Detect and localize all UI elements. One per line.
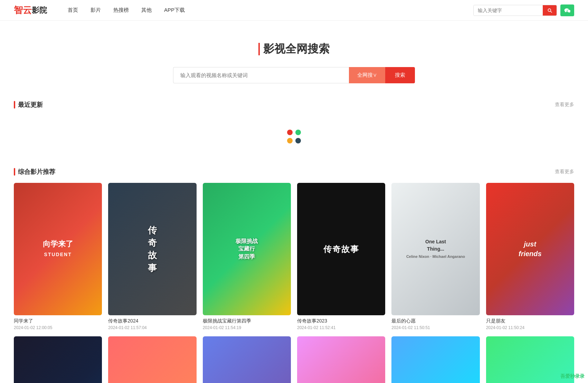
header-search-bar: [473, 5, 557, 16]
movie-date-6: 2024-01-02 11:50:24: [486, 325, 574, 330]
movie-title-5: 最后的心愿: [391, 318, 480, 324]
recommend-title: 综合影片推荐: [18, 168, 55, 176]
recommend-section-header: 综合影片推荐 查看更多: [14, 168, 574, 176]
nav-movies[interactable]: 影片: [91, 6, 101, 15]
movie-poster-7: FUTURA: [14, 336, 102, 383]
movie-poster-8: 闪光熊: [108, 336, 196, 383]
nav-home[interactable]: 首页: [68, 6, 78, 15]
movie-poster-9: 综艺节目: [203, 336, 291, 383]
movie-grid-row2: FUTURA FUTURA 2024-01-02 11:48:10 闪光熊 闪光…: [14, 336, 574, 383]
recommend-more-link[interactable]: 查看更多: [555, 169, 574, 175]
wechat-icon: [564, 7, 571, 14]
recommend-title-wrap: 综合影片推荐: [14, 168, 55, 176]
movie-poster-10: chopchopshow: [297, 336, 385, 383]
recommend-accent: [14, 168, 15, 176]
hero-title: 影视全网搜索: [7, 41, 581, 57]
movie-date-1: 2024-01-02 12:00:05: [14, 325, 102, 330]
hero-title-accent: [258, 43, 260, 55]
hero-search-button[interactable]: 搜索: [385, 67, 415, 83]
recent-more-link[interactable]: 查看更多: [555, 102, 574, 108]
poster-text-6: justfriends: [516, 236, 544, 261]
header-right: [473, 4, 574, 16]
movie-grid-row1: 向学来了STUDENT 同学来了 2024-01-02 12:00:05 传奇故…: [14, 183, 574, 330]
movie-title-1: 同学来了: [14, 318, 102, 324]
poster-text-3: 极限挑战宝藏行第四季: [233, 235, 260, 263]
poster-text-2: 传奇故事: [145, 221, 160, 277]
movie-card-11[interactable]: 阿空宫殿 阿空宫殿 2024-01-02 11:40:05: [391, 336, 480, 383]
movie-title-2: 传奇故事2024: [108, 318, 196, 324]
movie-card-4[interactable]: 传奇故事 传奇故事2023 2024-01-02 11:52:41: [297, 183, 385, 330]
hero-section: 影视全网搜索 全网搜∨ 搜索: [0, 21, 588, 101]
hero-title-text: 影视全网搜索: [263, 41, 330, 57]
movie-card-1[interactable]: 向学来了STUDENT 同学来了 2024-01-02 12:00:05: [14, 183, 102, 330]
site-header: 智云 影院 首页 影片 热搜榜 其他 APP下载: [0, 0, 588, 21]
movie-card-7[interactable]: FUTURA FUTURA 2024-01-02 11:48:10: [14, 336, 102, 383]
movie-date-5: 2024-01-02 11:50:51: [391, 325, 480, 330]
loading-area: [14, 116, 574, 157]
wechat-button[interactable]: [560, 4, 574, 16]
logo-text-yingyuan: 影院: [32, 5, 47, 16]
spinner-dot-green: [295, 130, 301, 135]
logo-text-zhi: 智云: [14, 4, 32, 16]
recent-section: 最近更新 查看更多: [0, 101, 588, 157]
movie-poster-2: 传奇故事: [108, 183, 196, 315]
poster-text-4: 传奇故事: [321, 241, 362, 258]
logo[interactable]: 智云 影院: [14, 4, 47, 16]
spinner-dot-red: [287, 130, 293, 135]
movie-poster-4: 传奇故事: [297, 183, 385, 315]
search-icon: [547, 8, 552, 13]
movie-poster-5: One LastThing...Celine Nixon · Michael A…: [391, 183, 480, 315]
nav-other[interactable]: 其他: [141, 6, 152, 15]
movie-poster-6: justfriends: [486, 183, 574, 315]
watermark: 吾爱秒录录: [560, 373, 585, 380]
movie-poster-11: 阿空宫殿: [391, 336, 480, 383]
movie-title-4: 传奇故事2023: [297, 318, 385, 324]
header-search-input[interactable]: [474, 6, 543, 15]
recent-title: 最近更新: [18, 101, 43, 109]
hero-network-button[interactable]: 全网搜∨: [349, 67, 385, 83]
spinner-dot-dark: [295, 138, 301, 143]
spinner-dot-orange: [287, 138, 293, 143]
nav-app[interactable]: APP下载: [164, 6, 185, 15]
movie-card-2[interactable]: 传奇故事 传奇故事2024 2024-01-02 11:57:04: [108, 183, 196, 330]
movie-poster-3: 极限挑战宝藏行第四季: [203, 183, 291, 315]
poster-text-5: One LastThing...Celine Nixon · Michael A…: [404, 235, 468, 263]
movie-card-5[interactable]: One LastThing...Celine Nixon · Michael A…: [391, 183, 480, 330]
movie-card-9[interactable]: 综艺节目 综艺节目 2024-01-02 11:44:20: [203, 336, 291, 383]
movie-card-10[interactable]: chopchopshow ChopChop Show 2024-01-02 11…: [297, 336, 385, 383]
movie-date-2: 2024-01-02 11:57:04: [108, 325, 196, 330]
poster-text-1: 向学来了STUDENT: [40, 236, 76, 262]
hero-search-input[interactable]: [173, 67, 349, 83]
movie-card-3[interactable]: 极限挑战宝藏行第四季 极限挑战宝藏行第四季 2024-01-02 11:54:1…: [203, 183, 291, 330]
recent-accent: [14, 101, 15, 109]
loading-spinner: [287, 130, 301, 143]
movie-title-3: 极限挑战宝藏行第四季: [203, 318, 291, 324]
header-search-button[interactable]: [543, 5, 557, 16]
movie-date-4: 2024-01-02 11:52:41: [297, 325, 385, 330]
main-nav: 首页 影片 热搜榜 其他 APP下载: [68, 6, 473, 15]
recent-title-wrap: 最近更新: [14, 101, 43, 109]
recommend-section: 综合影片推荐 查看更多 向学来了STUDENT 同学来了 2024-01-02 …: [0, 168, 588, 383]
hero-search-wrap: 全网搜∨ 搜索: [173, 67, 415, 83]
movie-title-6: 只是朋友: [486, 318, 574, 324]
movie-card-8[interactable]: 闪光熊 闪光熊 2024-01-02 11:46:33: [108, 336, 196, 383]
nav-hot[interactable]: 热搜榜: [113, 6, 129, 15]
movie-date-3: 2024-01-02 11:54:19: [203, 325, 291, 330]
recent-section-header: 最近更新 查看更多: [14, 101, 574, 109]
movie-poster-1: 向学来了STUDENT: [14, 183, 102, 315]
movie-card-6[interactable]: justfriends 只是朋友 2024-01-02 11:50:24: [486, 183, 574, 330]
